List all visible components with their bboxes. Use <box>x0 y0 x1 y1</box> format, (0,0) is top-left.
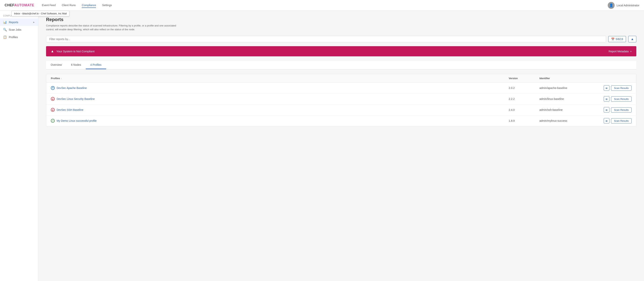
sort-icon[interactable]: ↕ <box>61 77 62 79</box>
filter-btn-1[interactable]: ≣ <box>604 96 610 102</box>
filter-btn-2[interactable]: ≣ <box>604 107 610 112</box>
profiles-table: Profiles ↕ Version Identifier ? DevSec A… <box>46 74 636 126</box>
status-icon-danger-2: ▲ <box>51 108 55 112</box>
profiles-icon: 📋 <box>3 35 7 39</box>
profile-cell-0: ? DevSec Apache Baseline <box>51 86 509 90</box>
cell-actions-0: ≣ Scan Results <box>589 85 632 91</box>
logo: CHEFAUTOMATE <box>4 3 34 7</box>
scan-results-btn-2[interactable]: Scan Results <box>611 107 632 112</box>
cell-actions-2: ≣ Scan Results <box>589 107 632 112</box>
sidebar-item-scan-jobs[interactable]: 🔍 Scan Jobs <box>0 26 38 33</box>
filter-btn-3[interactable]: ≣ <box>604 118 610 123</box>
profile-link-0[interactable]: DevSec Apache Baseline <box>56 86 87 89</box>
table-header: Profiles ↕ Version Identifier <box>46 74 636 83</box>
nav-client-runs[interactable]: Client Runs <box>62 3 76 8</box>
admin-label: Local Administrator <box>616 4 640 7</box>
reports-icon: 📊 <box>3 20 7 24</box>
col-actions <box>589 77 632 80</box>
col-profiles: Profiles ↕ <box>51 77 509 80</box>
tab-nodes[interactable]: 6 Nodes <box>66 61 86 69</box>
plus-icon: + <box>630 50 632 53</box>
warning-icon: ▲ <box>51 49 54 53</box>
profile-cell-3: ✓ My Demo Linux successful profile <box>51 119 509 123</box>
alert-right[interactable]: Report Metadata + <box>609 50 632 53</box>
filter-input-wrap <box>46 36 606 42</box>
scan-jobs-icon: 🔍 <box>3 28 7 31</box>
col-version: Version <box>509 77 540 80</box>
filter-input[interactable] <box>49 37 603 41</box>
profile-cell-1: ▲ DevSec Linux Security Baseline <box>51 97 509 101</box>
nav-links: Event Feed Client Runs Compliance Settin… <box>42 3 608 8</box>
tab-profiles[interactable]: 4 Profiles <box>86 61 106 69</box>
version-3: 1.8.9 <box>509 119 540 122</box>
nav-right: 👤 Local Administrator <box>608 2 640 9</box>
avatar[interactable]: 👤 <box>608 2 615 9</box>
chevron-right-icon: ► <box>33 21 35 23</box>
profile-link-2[interactable]: DevSec SSH Baseline <box>56 108 83 111</box>
table-row: ▲ DevSec SSH Baseline 2.4.0 admin/ssh-ba… <box>46 104 636 115</box>
sidebar-profiles-label: Profiles <box>9 36 35 39</box>
logo-chef: CHEF <box>4 3 14 7</box>
sidebar-scan-jobs-label: Scan Jobs <box>9 28 35 31</box>
sidebar: COMPLI 📊 Reports ► 🔍 Scan Jobs 📋 Profile… <box>0 11 38 281</box>
cell-actions-1: ≣ Scan Results <box>589 96 632 102</box>
version-0: 2.0.2 <box>509 86 540 89</box>
top-nav: CHEFAUTOMATE Event Feed Client Runs Comp… <box>0 0 644 11</box>
status-icon-success-3: ✓ <box>51 119 55 123</box>
report-metadata-label: Report Metadata <box>609 50 629 53</box>
filter-btn-0[interactable]: ≣ <box>604 85 610 91</box>
table-row: ▲ DevSec Linux Security Baseline 2.2.2 a… <box>46 93 636 104</box>
tabs-bar: Overview 6 Nodes 4 Profiles <box>46 61 636 69</box>
alert-message: Your System is Not Compliant <box>56 50 94 53</box>
identifier-0: admin/apache-baseline <box>540 86 589 89</box>
col-identifier: Identifier <box>540 77 589 80</box>
scan-results-btn-0[interactable]: Scan Results <box>611 85 632 91</box>
tab-overview[interactable]: Overview <box>46 61 66 69</box>
profile-link-3[interactable]: My Demo Linux successful profile <box>56 119 97 122</box>
scan-results-btn-1[interactable]: Scan Results <box>611 96 632 102</box>
identifier-1: admin/linux-baseline <box>540 97 589 100</box>
version-2: 2.4.0 <box>509 108 540 111</box>
cell-actions-3: ≣ Scan Results <box>589 118 632 123</box>
alert-banner: ▲ Your System is Not Compliant Report Me… <box>46 46 636 56</box>
tooltip-bar: Inbox - tblack@chef.io - Chef Software, … <box>12 11 69 16</box>
status-icon-danger-1: ▲ <box>51 97 55 101</box>
table-row: ✓ My Demo Linux successful profile 1.8.9… <box>46 115 636 126</box>
table-row: ? DevSec Apache Baseline 2.0.2 admin/apa… <box>46 83 636 93</box>
profile-cell-2: ▲ DevSec SSH Baseline <box>51 108 509 112</box>
nav-event-feed[interactable]: Event Feed <box>42 3 56 8</box>
status-icon-question-0: ? <box>51 86 55 90</box>
app-body: COMPLI 📊 Reports ► 🔍 Scan Jobs 📋 Profile… <box>0 11 644 281</box>
filter-bar: 📅 5/8/19 ▲ <box>46 36 636 42</box>
identifier-2: admin/ssh-baseline <box>540 108 589 111</box>
page-title: Reports <box>46 17 636 22</box>
version-1: 2.2.2 <box>509 97 540 100</box>
profile-link-1[interactable]: DevSec Linux Security Baseline <box>56 97 94 100</box>
upload-icon: ▲ <box>631 37 634 41</box>
date-button[interactable]: 📅 5/8/19 <box>608 36 626 42</box>
nav-compliance[interactable]: Compliance <box>82 3 96 8</box>
identifier-3: admin/mylinux-success <box>540 119 589 122</box>
alert-left: ▲ Your System is Not Compliant <box>51 49 94 53</box>
nav-settings[interactable]: Settings <box>102 3 112 8</box>
calendar-icon: 📅 <box>611 37 614 41</box>
upload-button[interactable]: ▲ <box>628 36 636 42</box>
sidebar-item-profiles[interactable]: 📋 Profiles <box>0 33 38 41</box>
main-content: Reports Compliance reports describe the … <box>38 11 644 281</box>
scan-results-btn-3[interactable]: Scan Results <box>611 118 632 123</box>
logo-automate: AUTOMATE <box>14 3 34 7</box>
page-description: Compliance reports describe the status o… <box>46 24 176 31</box>
sidebar-item-reports[interactable]: 📊 Reports ► <box>0 18 38 26</box>
sidebar-reports-label: Reports <box>9 21 31 24</box>
date-label: 5/8/19 <box>616 37 623 41</box>
